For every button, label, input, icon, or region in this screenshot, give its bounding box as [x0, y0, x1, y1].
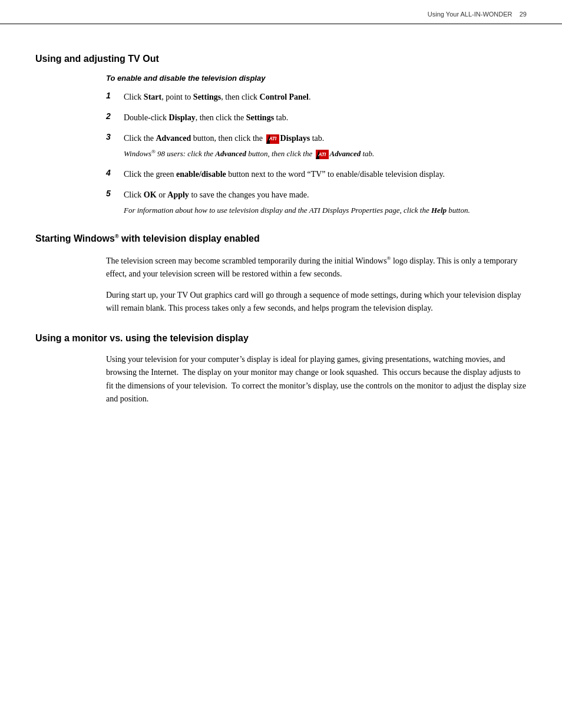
ati-logo-2: ATI [316, 150, 329, 159]
step-3-content: Click the Advanced button, then click th… [124, 132, 527, 160]
step-1-number: 1 [106, 91, 124, 100]
starting-windows-title: Starting Windows® with television displa… [35, 233, 527, 244]
starting-windows-para-1: The television screen may become scrambl… [106, 254, 527, 281]
step-5-note: For information about how to use televis… [124, 205, 527, 216]
ati-logo-1: ATI [266, 134, 279, 144]
starting-windows-para-2: During start up, your TV Out graphics ca… [106, 289, 527, 315]
step-5: 5 Click OK or Apply to save the changes … [106, 189, 527, 216]
page-container: Using Your ALL-IN-WONDER 29 Using and ad… [0, 0, 562, 728]
header-title: Using Your ALL-IN-WONDER [428, 11, 513, 18]
tv-out-section: Using and adjusting TV Out To enable and… [35, 54, 527, 216]
subsection-title: To enable and disable the television dis… [106, 74, 527, 83]
content-area: Using and adjusting TV Out To enable and… [0, 24, 562, 437]
header-text: Using Your ALL-IN-WONDER 29 [428, 11, 527, 18]
step-2-content: Double-click Display, then click the Set… [124, 111, 527, 124]
step-1: 1 Click Start, point to Settings, then c… [106, 91, 527, 103]
monitor-vs-tv-title: Using a monitor vs. using the television… [35, 333, 527, 344]
step-2: 2 Double-click Display, then click the S… [106, 111, 527, 124]
step-2-number: 2 [106, 111, 124, 121]
step-3-note: Windows® 98 users: click the Advanced bu… [124, 148, 527, 160]
steps-container: 1 Click Start, point to Settings, then c… [106, 91, 527, 216]
monitor-vs-tv-section: Using a monitor vs. using the television… [35, 333, 527, 406]
page-number: 29 [520, 11, 527, 18]
step-5-number: 5 [106, 189, 124, 198]
starting-windows-section: Starting Windows® with television displa… [35, 233, 527, 315]
step-5-content: Click OK or Apply to save the changes yo… [124, 189, 527, 216]
page-header: Using Your ALL-IN-WONDER 29 [0, 0, 562, 24]
step-4-content: Click the green enable/disable button ne… [124, 168, 527, 180]
step-4-number: 4 [106, 168, 124, 177]
monitor-vs-tv-para: Using your television for your computer’… [106, 353, 527, 406]
step-3-number: 3 [106, 132, 124, 141]
step-4: 4 Click the green enable/disable button … [106, 168, 527, 180]
step-1-content: Click Start, point to Settings, then cli… [124, 91, 527, 103]
tv-out-title: Using and adjusting TV Out [35, 54, 527, 64]
step-3: 3 Click the Advanced button, then click … [106, 132, 527, 160]
